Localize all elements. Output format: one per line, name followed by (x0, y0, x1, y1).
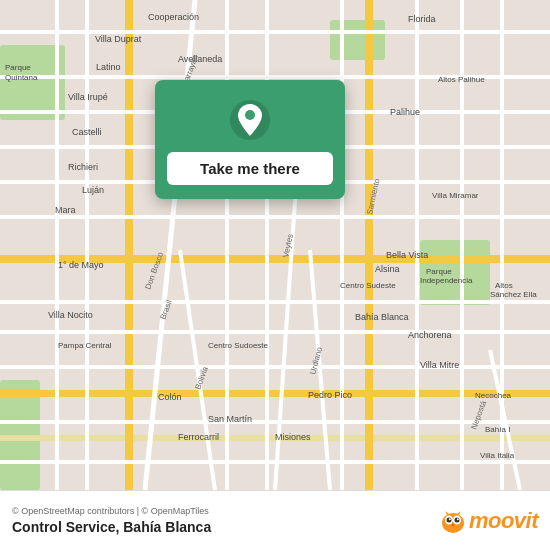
svg-text:Pedro Pico: Pedro Pico (308, 390, 352, 400)
moovit-owl-icon (439, 507, 467, 535)
bottom-bar: © OpenStreetMap contributors | © OpenMap… (0, 490, 550, 550)
svg-text:Cooperación: Cooperación (148, 12, 199, 22)
svg-rect-27 (85, 0, 89, 490)
svg-text:Castelli: Castelli (72, 127, 102, 137)
svg-rect-8 (125, 0, 133, 490)
svg-text:Villa Irupé: Villa Irupé (68, 92, 108, 102)
svg-text:Luján: Luján (82, 185, 104, 195)
svg-text:Sánchez Ella: Sánchez Ella (490, 290, 537, 299)
svg-text:Avellaneda: Avellaneda (178, 54, 222, 64)
svg-rect-20 (0, 215, 550, 219)
svg-rect-29 (265, 0, 269, 490)
map-view[interactable]: Cooperación Villa Duprat Florida Parque … (0, 0, 550, 490)
svg-point-85 (454, 517, 459, 522)
svg-rect-9 (365, 0, 373, 490)
svg-text:Richieri: Richieri (68, 162, 98, 172)
svg-text:Ferrocarril: Ferrocarril (178, 432, 219, 442)
svg-text:Villa Mitre: Villa Mitre (420, 360, 459, 370)
svg-point-81 (442, 513, 464, 533)
svg-point-80 (245, 110, 255, 120)
svg-text:Palihue: Palihue (390, 107, 420, 117)
bottom-left-info: © OpenStreetMap contributors | © OpenMap… (12, 506, 439, 535)
svg-rect-25 (0, 460, 550, 464)
svg-text:Misiones: Misiones (275, 432, 311, 442)
popup-card: Take me there (155, 80, 345, 199)
svg-text:Centro Sudeste: Centro Sudeste (340, 281, 396, 290)
svg-rect-4 (330, 20, 385, 60)
svg-rect-22 (0, 330, 550, 334)
svg-rect-31 (415, 0, 419, 490)
svg-text:Altos Palihue: Altos Palihue (438, 75, 485, 84)
svg-text:Pampa Central: Pampa Central (58, 341, 112, 350)
svg-point-86 (449, 518, 451, 520)
svg-rect-21 (0, 300, 550, 304)
svg-text:Parque: Parque (5, 63, 31, 72)
svg-text:San Martín: San Martín (208, 414, 252, 424)
svg-text:Villa Nocito: Villa Nocito (48, 310, 93, 320)
svg-rect-23 (0, 365, 550, 369)
svg-rect-32 (460, 0, 464, 490)
svg-text:Independencia: Independencia (420, 276, 473, 285)
map-background: Cooperación Villa Duprat Florida Parque … (0, 0, 550, 490)
svg-text:Colón: Colón (158, 392, 182, 402)
svg-rect-15 (0, 30, 550, 34)
svg-text:Bahía Blanca: Bahía Blanca (355, 312, 409, 322)
svg-rect-6 (0, 390, 550, 397)
svg-text:Bella Vista: Bella Vista (386, 250, 428, 260)
svg-text:Latino: Latino (96, 62, 121, 72)
svg-text:Florida: Florida (408, 14, 436, 24)
moovit-brand-text: moovit (469, 508, 538, 534)
svg-rect-33 (500, 0, 504, 490)
moovit-logo: moovit (439, 507, 538, 535)
svg-text:Bahía I: Bahía I (485, 425, 510, 434)
svg-text:Altos: Altos (495, 281, 513, 290)
svg-text:Villa Italia: Villa Italia (480, 451, 515, 460)
svg-text:Mara: Mara (55, 205, 76, 215)
svg-text:1° de Mayo: 1° de Mayo (58, 260, 104, 270)
svg-text:Alsina: Alsina (375, 264, 400, 274)
location-title: Control Service, Bahía Blanca (12, 519, 439, 535)
svg-point-87 (457, 518, 459, 520)
svg-text:Quintana: Quintana (5, 73, 38, 82)
svg-point-84 (446, 517, 451, 522)
svg-text:Villa Miramar: Villa Miramar (432, 191, 479, 200)
map-attribution: © OpenStreetMap contributors | © OpenMap… (12, 506, 439, 516)
svg-text:Centro Sudoeste: Centro Sudoeste (208, 341, 269, 350)
svg-text:Necochea: Necochea (475, 391, 512, 400)
svg-text:Anchorena: Anchorena (408, 330, 452, 340)
svg-text:Parque: Parque (426, 267, 452, 276)
take-me-there-button[interactable]: Take me there (167, 152, 333, 185)
svg-rect-26 (55, 0, 59, 490)
location-pin-icon (228, 98, 272, 142)
svg-rect-24 (0, 420, 550, 424)
svg-text:Villa Duprat: Villa Duprat (95, 34, 142, 44)
svg-rect-30 (340, 0, 344, 490)
